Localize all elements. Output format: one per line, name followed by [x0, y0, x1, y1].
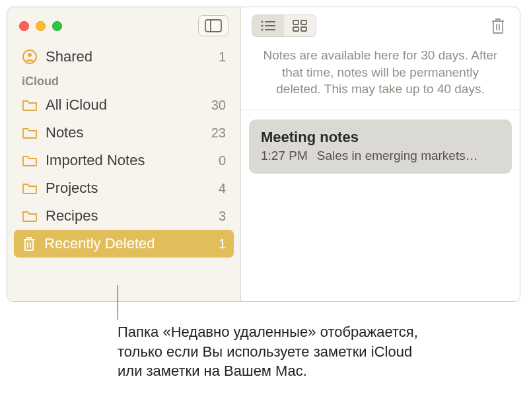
trash-icon [491, 17, 505, 34]
folder-icon [22, 182, 38, 195]
folder-label: Recently Deleted [44, 235, 155, 252]
main-toolbar [241, 7, 520, 44]
svg-rect-15 [301, 27, 306, 31]
folder-label: Notes [46, 124, 83, 141]
gallery-view-button[interactable] [284, 15, 316, 36]
note-time: 1:27 PM [261, 149, 308, 163]
shared-icon [22, 49, 38, 65]
note-meta: 1:27 PM Sales in emerging markets… [261, 149, 500, 163]
folder-label: All iCloud [46, 96, 107, 114]
main-pane: Notes are available here for 30 days. Af… [241, 7, 520, 301]
trash-icon [22, 236, 36, 252]
folder-count: 1 [219, 236, 226, 252]
sidebar: Shared 1 iCloud All iCloud 30 Notes 23 I… [7, 7, 241, 301]
folder-all-icloud[interactable]: All iCloud 30 [7, 91, 240, 119]
window-controls [19, 21, 62, 31]
folder-count: 3 [219, 209, 226, 224]
svg-rect-13 [301, 20, 306, 24]
list-icon [260, 20, 276, 32]
zoom-window-button[interactable] [52, 21, 62, 31]
svg-point-6 [262, 21, 264, 23]
shared-label: Shared [46, 48, 92, 65]
minimize-window-button[interactable] [36, 21, 46, 31]
toggle-sidebar-button[interactable] [198, 15, 228, 36]
app-window: Shared 1 iCloud All iCloud 30 Notes 23 I… [7, 7, 520, 302]
caption-text: Папка «Недавно удаленные» отображается, … [118, 322, 428, 381]
titlebar [7, 7, 240, 44]
folder-icon [22, 126, 38, 139]
note-preview: Sales in emerging markets… [317, 149, 500, 163]
folder-recipes[interactable]: Recipes 3 [7, 202, 240, 230]
list-view-button[interactable] [252, 15, 284, 36]
folder-imported-notes[interactable]: Imported Notes 0 [7, 147, 240, 174]
folder-icon [22, 98, 38, 112]
section-label-icloud: iCloud [7, 73, 240, 91]
folder-label: Projects [46, 180, 98, 197]
folder-count: 0 [219, 153, 226, 168]
folder-count: 4 [219, 181, 226, 196]
folder-count: 30 [211, 98, 226, 113]
folder-recently-deleted[interactable]: Recently Deleted 1 [14, 230, 234, 258]
shared-count: 1 [219, 50, 226, 65]
folder-label: Imported Notes [46, 152, 145, 169]
svg-point-3 [28, 53, 32, 57]
folder-projects[interactable]: Projects 4 [7, 174, 240, 202]
sidebar-icon [205, 19, 222, 32]
delete-button[interactable] [487, 15, 509, 37]
deletion-info-banner: Notes are available here for 30 days. Af… [241, 44, 520, 110]
folder-label: Recipes [46, 207, 98, 225]
svg-rect-14 [293, 27, 299, 31]
svg-rect-0 [205, 20, 221, 32]
folder-notes[interactable]: Notes 23 [7, 119, 240, 147]
svg-point-10 [262, 29, 264, 31]
folder-icon [22, 209, 38, 223]
svg-point-8 [262, 25, 264, 27]
grid-icon [293, 20, 307, 32]
close-window-button[interactable] [19, 21, 29, 31]
view-switcher [252, 15, 316, 37]
callout-line [118, 285, 118, 320]
folder-list: All iCloud 30 Notes 23 Imported Notes 0 … [7, 91, 240, 258]
note-title: Meeting notes [261, 129, 500, 146]
folder-count: 23 [211, 125, 226, 141]
note-list-item[interactable]: Meeting notes 1:27 PM Sales in emerging … [249, 120, 512, 174]
svg-rect-12 [293, 20, 299, 24]
folder-icon [22, 154, 38, 167]
shared-folder[interactable]: Shared 1 [7, 44, 240, 73]
